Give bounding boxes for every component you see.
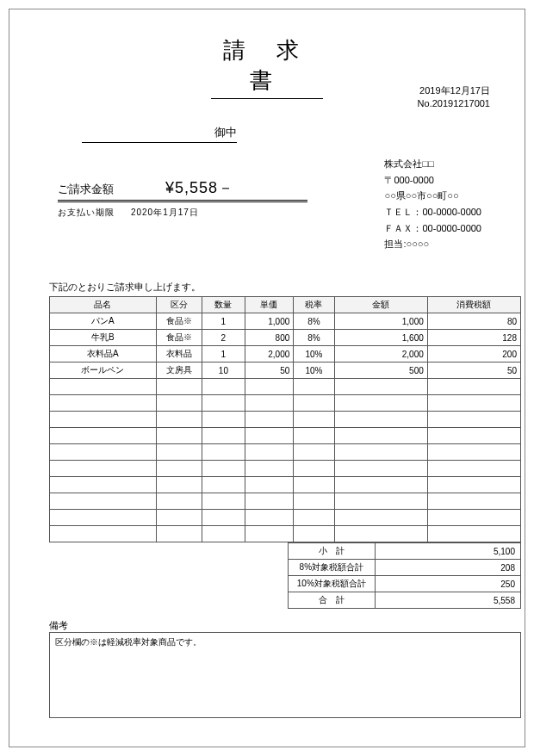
sender-address: ○○県○○市○○町○○ [384,188,481,204]
cell-amount: 1,000 [334,313,427,330]
table-row-empty [50,510,521,526]
sender-postal: 〒000-0000 [384,172,481,189]
cell-unit: 800 [245,330,294,346]
col-name: 品名 [50,297,157,313]
cell-tax: 80 [427,313,520,330]
tax8-value: 208 [375,560,520,576]
table-row-empty [50,444,521,461]
table-row: ボールペン文房具105010%50050 [50,363,521,379]
cell-type: 食品※ [156,313,202,330]
cell-tax: 200 [427,346,520,363]
remarks-box: 区分欄の※は軽減税率対象商品です。 [49,632,521,718]
payment-due-value: 2020年1月17日 [131,208,199,217]
cell-rate: 8% [294,313,334,330]
cell-tax: 50 [427,363,520,379]
header-meta: 2019年12月17日 No.20191217001 [418,84,490,109]
summary-tax8-row: 8%対象税額合計 208 [289,560,521,576]
preamble: 下記のとおりご請求申し上げます。 [49,281,504,294]
subtotal-value: 5,100 [375,543,520,560]
tax10-label: 10%対象税額合計 [289,576,376,592]
cell-unit: 1,000 [245,313,294,330]
table-row-empty [50,493,521,510]
billed-amount-label: ご請求金額 [58,182,114,197]
table-row: パンA食品※11,0008%1,00080 [50,313,521,330]
cell-type: 衣料品 [156,346,202,363]
items-table: 品名 区分 数量 単価 税率 金額 消費税額 パンA食品※11,0008%1,0… [49,296,521,542]
cell-amount: 1,600 [334,330,427,346]
cell-amount: 2,000 [334,346,427,363]
tax10-value: 250 [375,576,520,592]
col-rate: 税率 [294,297,334,313]
billed-amount-row: ご請求金額 ¥5,558－ [58,177,307,202]
billed-amount-value: ¥5,558－ [165,177,234,198]
table-row-empty [50,461,521,477]
table-row-empty [50,395,521,412]
cell-qty: 10 [202,363,245,379]
cell-qty: 2 [202,330,245,346]
cell-unit: 50 [245,363,294,379]
tax8-label: 8%対象税額合計 [289,560,376,576]
cell-rate: 10% [294,346,334,363]
col-type: 区分 [156,297,202,313]
total-value: 5,558 [375,592,520,609]
col-amount: 金額 [334,297,427,313]
col-tax: 消費税額 [427,297,520,313]
cell-name: 衣料品A [50,346,157,363]
cell-name: パンA [50,313,157,330]
cell-qty: 1 [202,346,245,363]
items-header-row: 品名 区分 数量 単価 税率 金額 消費税額 [50,297,521,313]
cell-type: 文房具 [156,363,202,379]
table-row-empty [50,412,521,428]
cell-type: 食品※ [156,330,202,346]
summary-tax10-row: 10%対象税額合計 250 [289,576,521,592]
page-title: 請 求 書 [211,35,323,99]
summary-table: 小 計 5,100 8%対象税額合計 208 10%対象税額合計 250 合 計… [288,542,521,609]
payment-due-label: お支払い期限 [58,208,115,217]
sender-fax: ＦＡＸ：00-0000-0000 [384,220,481,237]
sender-contact: 担当:○○○○ [384,236,481,252]
table-row: 衣料品A衣料品12,00010%2,000200 [50,346,521,363]
subtotal-label: 小 計 [289,543,376,560]
cell-name: 牛乳B [50,330,157,346]
cell-rate: 10% [294,363,334,379]
cell-qty: 1 [202,313,245,330]
sender-tel: ＴＥＬ：00-0000-0000 [384,204,481,220]
table-row-empty [50,428,521,444]
remarks-label: 備考 [49,619,504,632]
cell-tax: 128 [427,330,520,346]
table-row-empty [50,477,521,493]
sender-block: 株式会社□□ 〒000-0000 ○○県○○市○○町○○ ＴＥＬ：00-0000… [384,156,481,252]
table-row-empty [50,379,521,395]
invoice-number: No.20191217001 [418,98,490,108]
col-unit: 単価 [245,297,294,313]
cell-unit: 2,000 [245,346,294,363]
cell-rate: 8% [294,330,334,346]
cell-amount: 500 [334,363,427,379]
col-qty: 数量 [202,297,245,313]
sender-company: 株式会社□□ [384,156,481,172]
table-row: 牛乳B食品※28008%1,600128 [50,330,521,346]
summary-subtotal-row: 小 計 5,100 [289,543,521,560]
issue-date: 2019年12月17日 [418,84,490,97]
cell-name: ボールペン [50,363,157,379]
table-row-empty [50,526,521,542]
summary-total-row: 合 計 5,558 [289,592,521,609]
remarks-text: 区分欄の※は軽減税率対象商品です。 [55,637,202,647]
total-label: 合 計 [289,592,376,609]
invoice-page: 請 求 書 2019年12月17日 No.20191217001 御中 ご請求金… [9,9,525,747]
addressee: 御中 [82,125,237,143]
